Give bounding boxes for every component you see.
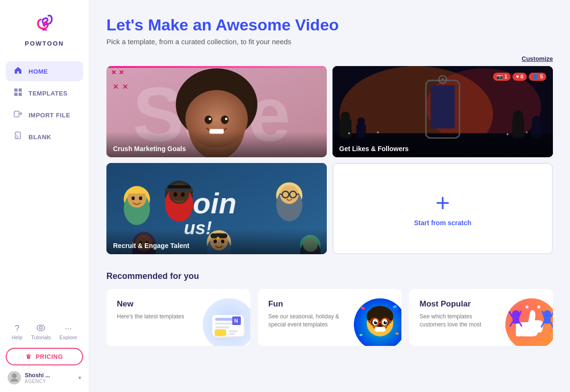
notification-badges: 📷1 ♥0 👤5 bbox=[493, 73, 546, 81]
templates-icon bbox=[13, 88, 23, 98]
sidebar-item-home-label: HOME bbox=[28, 68, 48, 75]
page-subtitle: Pick a template, from a curated collecti… bbox=[106, 38, 553, 46]
tutorials-button[interactable]: Tutorials bbox=[31, 324, 51, 340]
svg-rect-4 bbox=[14, 111, 19, 117]
template-card-join[interactable]: Join us! bbox=[106, 163, 327, 254]
nav-menu: HOME TEMPLATES IMPORT FILE bbox=[0, 61, 89, 147]
svg-rect-83 bbox=[215, 326, 229, 328]
svg-rect-87 bbox=[229, 330, 238, 332]
svg-rect-98 bbox=[375, 327, 385, 332]
user-info: Shoshi ... AGENCY bbox=[25, 372, 75, 384]
customize-row: Customize bbox=[106, 55, 553, 62]
badge-camera: 📷1 bbox=[493, 73, 511, 81]
svg-point-55 bbox=[173, 192, 177, 197]
svg-text:★: ★ bbox=[536, 304, 542, 310]
svg-point-8 bbox=[12, 373, 17, 378]
rec-card-fun-desc: See our seasonal, holiday & special even… bbox=[268, 313, 342, 329]
svg-point-49 bbox=[139, 196, 142, 200]
pricing-label: PRICING bbox=[36, 353, 63, 360]
template-label-join: Recruit & Engage Talent bbox=[106, 229, 327, 254]
sidebar-item-templates-label: TEMPLATES bbox=[28, 90, 67, 97]
tutorials-label: Tutorials bbox=[31, 335, 51, 340]
help-button[interactable]: ? Help bbox=[12, 324, 23, 340]
template-label-crush: Crush Marketing Goals bbox=[106, 132, 327, 157]
svg-text:✕: ✕ bbox=[122, 82, 128, 90]
pricing-crown-icon: ♛ bbox=[26, 353, 32, 360]
sidebar-item-blank[interactable]: BLANK bbox=[6, 127, 83, 147]
svg-point-29 bbox=[441, 78, 444, 81]
svg-point-37 bbox=[532, 116, 541, 124]
sidebar-item-home[interactable]: HOME bbox=[6, 61, 83, 81]
customize-link[interactable]: Customize bbox=[522, 55, 553, 62]
sidebar-bottom: ? Help Tutorials ··· Explore ♛ PRICING bbox=[0, 324, 89, 392]
explore-label: Explore bbox=[59, 335, 77, 340]
svg-point-33 bbox=[357, 117, 365, 125]
user-profile[interactable]: Shoshi ... AGENCY ▾ bbox=[6, 371, 83, 384]
svg-point-96 bbox=[376, 321, 377, 322]
user-role: AGENCY bbox=[25, 379, 75, 384]
sidebar-item-blank-label: BLANK bbox=[28, 134, 51, 141]
svg-text:✕: ✕ bbox=[113, 82, 119, 90]
svg-point-18 bbox=[209, 117, 211, 120]
badge-heart: ♥0 bbox=[513, 73, 527, 81]
help-icon: ? bbox=[15, 324, 19, 334]
user-name: Shoshi ... bbox=[25, 372, 75, 379]
logo-icon bbox=[30, 10, 59, 38]
scratch-plus-icon: + bbox=[436, 191, 450, 215]
svg-rect-3 bbox=[19, 93, 22, 96]
page-title: Let's Make an Awesome Video bbox=[106, 15, 553, 35]
template-card-likes[interactable]: 📷1 ♥0 👤5 Get Likes & Followers bbox=[332, 66, 553, 157]
svg-rect-82 bbox=[215, 323, 234, 325]
svg-rect-27 bbox=[431, 85, 455, 128]
help-row: ? Help Tutorials ··· Explore bbox=[12, 324, 77, 340]
blank-icon bbox=[13, 132, 23, 142]
explore-icon: ··· bbox=[65, 324, 72, 334]
avatar bbox=[8, 371, 21, 384]
main-content: Let's Make an Awesome Video Pick a templ… bbox=[89, 0, 570, 392]
rec-card-fun[interactable]: Fun See our seasonal, holiday & special … bbox=[258, 289, 402, 346]
svg-point-16 bbox=[205, 115, 212, 124]
svg-point-31 bbox=[341, 112, 350, 121]
svg-text:★: ★ bbox=[524, 304, 530, 310]
pricing-button[interactable]: ♛ PRICING bbox=[6, 348, 83, 365]
scratch-label: Start from scratch bbox=[414, 219, 472, 227]
sidebar-item-import[interactable]: IMPORT FILE bbox=[6, 105, 83, 125]
template-label-likes: Get Likes & Followers bbox=[332, 132, 553, 157]
recommended-grid: New Here's the latest templates bbox=[106, 289, 553, 346]
template-grid: Sale ✕ ✕ bbox=[106, 66, 553, 254]
svg-point-17 bbox=[221, 115, 228, 124]
svg-text:N: N bbox=[234, 318, 238, 324]
svg-point-48 bbox=[132, 196, 135, 200]
svg-point-6 bbox=[37, 325, 45, 331]
svg-point-7 bbox=[39, 327, 42, 329]
chevron-down-icon: ▾ bbox=[78, 374, 81, 381]
explore-button[interactable]: ··· Explore bbox=[59, 324, 77, 340]
rec-card-new[interactable]: New Here's the latest templates bbox=[106, 289, 250, 346]
template-card-crush[interactable]: Sale ✕ ✕ bbox=[106, 66, 327, 157]
home-icon bbox=[13, 66, 23, 76]
svg-point-35 bbox=[513, 110, 523, 121]
svg-point-19 bbox=[225, 117, 228, 120]
sidebar-item-import-label: IMPORT FILE bbox=[28, 112, 70, 119]
rec-card-popular-desc: See which templates customers love the m… bbox=[419, 313, 494, 329]
logo-text: POWTOON bbox=[25, 40, 64, 47]
template-card-scratch[interactable]: + Start from scratch bbox=[332, 163, 553, 254]
svg-rect-1 bbox=[19, 88, 22, 92]
sidebar-item-templates[interactable]: TEMPLATES bbox=[6, 83, 83, 103]
recommended-title: Recommended for you bbox=[106, 271, 553, 281]
help-label: Help bbox=[12, 335, 23, 340]
sidebar: POWTOON HOME TEMPLATES bbox=[0, 0, 89, 392]
svg-rect-54 bbox=[165, 188, 193, 191]
svg-rect-0 bbox=[14, 88, 18, 92]
svg-rect-86 bbox=[215, 329, 226, 336]
tutorials-icon bbox=[37, 324, 45, 334]
svg-rect-2 bbox=[14, 93, 18, 96]
rec-card-new-desc: Here's the latest templates bbox=[117, 313, 191, 321]
rec-card-popular[interactable]: Most Popular See which templates custome… bbox=[409, 289, 553, 346]
logo-area: POWTOON bbox=[25, 10, 64, 47]
svg-point-97 bbox=[385, 321, 387, 322]
svg-point-56 bbox=[181, 192, 185, 197]
badge-user: 👤5 bbox=[529, 73, 546, 81]
import-icon bbox=[13, 110, 23, 120]
svg-rect-88 bbox=[229, 333, 235, 335]
